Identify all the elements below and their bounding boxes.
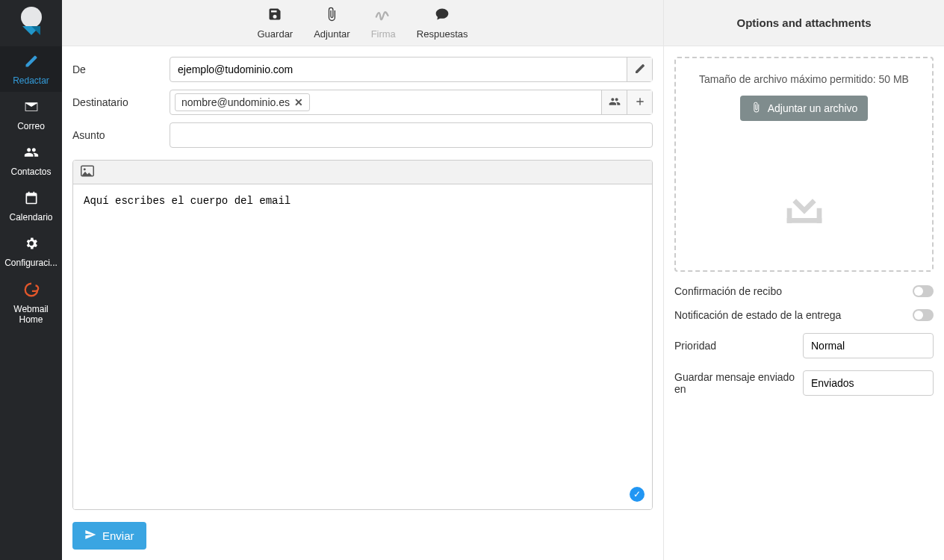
to-row: Destinatario nombre@undominio.es ✕	[72, 90, 653, 115]
signature-button: Firma	[371, 7, 396, 40]
sidebar-item-label: Correo	[3, 121, 59, 131]
send-icon	[84, 529, 96, 543]
from-input-group	[170, 57, 653, 82]
priority-row: Prioridad	[674, 333, 934, 358]
priority-label: Prioridad	[674, 340, 803, 352]
save-sent-label: Guardar mensaje enviado en	[674, 371, 803, 395]
sidebar-item-compose[interactable]: Redactar	[0, 46, 62, 92]
dsn-row: Notificación de estado de la entrega	[674, 309, 934, 321]
sidebar-item-label: Redactar	[3, 75, 59, 86]
paperclip-icon	[751, 102, 762, 115]
sidebar-item-mail[interactable]: Correo	[0, 92, 62, 137]
spellcheck-badge[interactable]: ✓	[630, 487, 645, 502]
gear-icon	[24, 236, 39, 255]
plus-icon	[634, 96, 646, 110]
responses-button[interactable]: Respuestas	[417, 7, 468, 40]
signature-icon	[375, 7, 391, 25]
subject-input-group	[170, 122, 653, 148]
toolbar-label: Guardar	[258, 28, 294, 40]
calendar-icon	[24, 190, 39, 209]
sidebar-item-label: Configuraci...	[3, 258, 59, 268]
recipient-chip[interactable]: nombre@undominio.es ✕	[175, 93, 310, 111]
from-row: De	[72, 57, 653, 82]
body-textarea[interactable]	[73, 184, 652, 509]
check-icon: ✓	[633, 489, 641, 500]
save-icon	[267, 7, 282, 25]
compose-icon	[24, 54, 39, 72]
attach-button[interactable]: Adjuntar	[314, 7, 350, 40]
pencil-icon	[634, 63, 646, 77]
contacts-icon	[609, 96, 621, 110]
compose-form: De Destinatario nombre@undominio.es ✕	[62, 46, 663, 560]
dsn-toggle[interactable]	[913, 309, 934, 321]
editor-toolbar[interactable]	[73, 161, 652, 184]
subject-input[interactable]	[170, 129, 652, 141]
toolbar-label: Firma	[371, 28, 396, 40]
edit-identity-button[interactable]	[627, 57, 652, 81]
paperclip-icon	[324, 7, 339, 25]
save-sent-select[interactable]	[803, 370, 934, 396]
toolbar-label: Adjuntar	[314, 28, 350, 40]
from-label: De	[72, 63, 170, 75]
cpanel-icon	[23, 281, 40, 302]
subject-row: Asunto	[72, 122, 653, 148]
to-input-group[interactable]: nombre@undominio.es ✕	[170, 90, 653, 115]
mail-icon	[24, 99, 39, 118]
svg-point-4	[84, 168, 86, 170]
app-logo	[0, 0, 62, 46]
contacts-icon	[24, 145, 39, 164]
dropzone-download-icon	[685, 173, 923, 233]
sidebar-item-label: Calendario	[3, 212, 59, 223]
send-button-label: Enviar	[102, 529, 134, 542]
subject-label: Asunto	[72, 129, 170, 141]
options-body: Tamaño de archivo máximo permitido: 50 M…	[664, 46, 944, 418]
sidebar-item-contacts[interactable]: Contactos	[0, 137, 62, 183]
receipt-toggle[interactable]	[913, 285, 934, 297]
sidebar: Redactar Correo Contactos Calendario Con…	[0, 0, 62, 560]
options-title: Options and attachments	[664, 0, 944, 46]
add-contact-button[interactable]	[601, 90, 627, 114]
priority-select[interactable]	[803, 333, 934, 358]
sidebar-item-label: Webmail Home	[3, 305, 59, 326]
add-header-button[interactable]	[627, 90, 652, 114]
attach-file-label: Adjuntar un archivo	[768, 102, 858, 114]
options-pane: Options and attachments Tamaño de archiv…	[664, 0, 944, 560]
attach-file-button[interactable]: Adjuntar un archivo	[740, 96, 869, 121]
remove-recipient-icon[interactable]: ✕	[294, 96, 303, 108]
receipt-row: Confirmación de recibo	[674, 285, 934, 297]
svg-point-0	[21, 7, 42, 28]
compose-toolbar: Guardar Adjuntar Firma Respuestas	[62, 0, 663, 46]
sidebar-item-label: Contactos	[3, 167, 59, 177]
save-sent-row: Guardar mensaje enviado en	[674, 370, 934, 396]
recipient-chip-label: nombre@undominio.es	[181, 96, 290, 108]
save-button[interactable]: Guardar	[258, 7, 294, 40]
sidebar-item-calendar[interactable]: Calendario	[0, 183, 62, 228]
send-button[interactable]: Enviar	[72, 522, 146, 550]
editor: ✓	[72, 160, 653, 510]
to-label: Destinatario	[72, 96, 170, 108]
max-size-label: Tamaño de archivo máximo permitido: 50 M…	[685, 73, 923, 85]
sidebar-item-webmail-home[interactable]: Webmail Home	[0, 274, 62, 332]
from-input[interactable]	[170, 63, 627, 75]
comment-icon	[435, 7, 450, 25]
main-pane: Guardar Adjuntar Firma Respuestas De	[62, 0, 664, 560]
attachment-dropzone[interactable]: Tamaño de archivo máximo permitido: 50 M…	[674, 57, 934, 272]
image-icon	[81, 167, 94, 179]
sidebar-item-settings[interactable]: Configuraci...	[0, 228, 62, 274]
toolbar-label: Respuestas	[417, 28, 468, 40]
receipt-label: Confirmación de recibo	[674, 285, 913, 297]
dsn-label: Notificación de estado de la entrega	[674, 309, 913, 321]
